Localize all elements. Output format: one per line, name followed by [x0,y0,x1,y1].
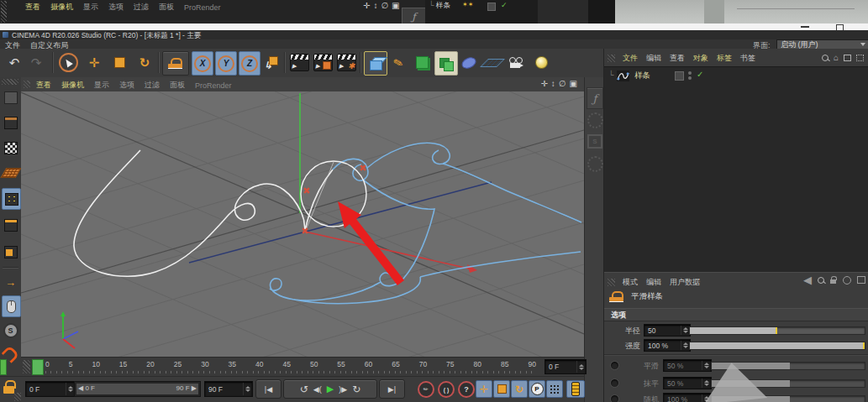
target-icon[interactable] [843,276,851,285]
timeline-tick-label[interactable]: 85 [501,360,508,368]
axis-y-lock-button[interactable]: Y [215,51,237,76]
object-manager-handle[interactable] [608,55,615,62]
timeline-tick-label[interactable]: 90 [528,360,535,368]
background-object-name[interactable]: 样条 [436,1,450,11]
workplane-mode-button[interactable] [2,163,19,183]
background-viewport-menu-item[interactable]: 面板 [159,2,174,13]
object-list[interactable]: └ 样条 ✓ [604,66,868,273]
plugin-s-icon[interactable]: S [587,134,602,149]
spinner-arrows[interactable] [576,361,585,373]
rotate-view-icon[interactable]: ∅ [381,1,388,10]
deformer-button[interactable] [458,51,480,74]
layer-tag-icon[interactable] [675,71,684,81]
toggle-panel-icon[interactable]: ▣ [570,79,577,88]
axis-z-lock-button[interactable]: Z [239,51,260,76]
goto-end-button[interactable]: ▶| [379,379,405,399]
record-objects-button[interactable]: ✎ [418,381,434,398]
timeline-tick-label[interactable]: 45 [282,360,290,368]
timeline-tick-label[interactable]: 5 [69,360,73,368]
viewport-menu-item[interactable]: 显示 [94,80,109,91]
viewport-canvas[interactable] [21,91,584,357]
move-tool-button[interactable]: ✛ [83,51,105,74]
left-arrow-icon[interactable]: ◀ [78,384,83,392]
timeline-handle[interactable] [23,360,30,373]
timeline-tick-label[interactable]: 0 [45,360,50,368]
scale-tool-button[interactable] [108,51,130,74]
frame-range-slider[interactable]: ◀ 0 F 90 F ▶ [74,381,201,397]
background-viewport-menu-item[interactable]: ProRender [184,3,221,12]
filter-icon[interactable] [856,55,864,61]
timeline-tick-label[interactable]: 25 [174,360,181,368]
right-arrow-icon[interactable]: ▶ [192,384,197,392]
options-section-header[interactable]: 选项 [604,308,868,321]
viewport-menu-item[interactable]: ProRender [195,81,232,90]
keyframe-stars-icon[interactable]: ✶✶ [462,1,473,8]
redo-button[interactable]: ↷ [25,51,47,74]
render-region-button[interactable]: ▶ [312,51,334,74]
frame-start-field[interactable]: 0 F [25,381,76,397]
panel-icon[interactable] [857,276,865,284]
lock-icon[interactable] [830,276,837,284]
viewport-solo-button[interactable] [2,295,21,317]
axis-x-lock-button[interactable]: X [192,51,213,76]
points-mode-button[interactable] [2,188,21,210]
spinner-arrows[interactable] [681,341,689,350]
timeline-tick-label[interactable]: 40 [255,360,263,368]
home-icon[interactable]: ⌂ [834,54,839,61]
search-icon[interactable] [818,277,824,284]
key-pla-button[interactable] [546,380,563,398]
history-back-icon[interactable]: ◀ [803,275,812,285]
flatten-checkbox[interactable] [610,379,619,388]
timeline-tick-label[interactable]: 15 [119,360,127,368]
undo-button[interactable]: ↶ [3,51,25,74]
play-forward-button[interactable]: ↻ [352,384,360,395]
timeline-tick-label[interactable]: 35 [229,360,236,368]
strength-slider[interactable] [689,342,865,350]
attribute-manager-handle[interactable] [608,279,615,286]
goto-start-button[interactable]: |◀ [255,379,281,399]
key-position-button[interactable]: ✛ [476,380,492,398]
viewport-menu-handle[interactable] [24,81,30,88]
snap-button[interactable]: S [2,321,19,341]
attribute-manager-menu-item[interactable]: 编辑 [646,277,661,288]
next-frame-button[interactable]: )▶ [339,385,347,394]
object-manager-menu-item[interactable]: 编辑 [646,53,661,64]
timeline-tick-label[interactable]: 10 [92,360,99,368]
play-backward-button[interactable]: ↺ [300,384,308,395]
attribute-manager-menu-item[interactable]: 模式 [623,277,638,288]
search-icon[interactable] [822,55,829,61]
live-selection-button[interactable] [57,51,79,74]
timeline-tick-label[interactable]: 75 [446,360,454,368]
environment-floor-button[interactable] [481,51,503,74]
light-button[interactable] [530,51,552,74]
dolly-icon[interactable]: ↕ [551,79,555,88]
subdivision-surface-button[interactable] [411,51,433,74]
object-manager-menu-item[interactable]: 文件 [623,53,638,64]
background-viewport-menu-item[interactable]: 过滤 [134,2,149,13]
corner-handle[interactable] [14,393,21,401]
camera-button[interactable] [505,51,527,74]
object-manager-menu-item[interactable]: 标签 [717,53,732,64]
render-settings-button[interactable]: ▶✱ [335,51,357,74]
tag-icon[interactable] [487,3,496,11]
object-name-label[interactable]: 样条 [634,70,650,81]
dolly-icon[interactable]: ↕ [373,1,377,10]
object-row-spline[interactable]: └ 样条 ✓ [604,70,868,82]
rotate-tool-button[interactable]: ↻ [134,51,155,74]
minimize-icon[interactable] [801,26,809,28]
timeline-tick-label[interactable]: 60 [365,360,372,368]
toggle-panel-icon[interactable]: ▣ [392,1,399,10]
make-editable-button[interactable] [2,87,19,107]
enable-axis-button[interactable]: → [2,272,19,292]
primitive-cube-button[interactable] [364,51,387,76]
plugin-circle-icon[interactable] [587,112,603,128]
timeline-tick-label[interactable]: 55 [337,360,345,368]
keyframe-selection-button[interactable]: ? [458,381,475,398]
texture-mode-button[interactable] [2,138,19,158]
last-tool-smooth-button[interactable] [162,51,189,76]
key-rotation-button[interactable]: ↻ [511,380,528,398]
timeline-tick-label[interactable]: 70 [419,360,427,368]
frame-icon[interactable] [844,55,851,61]
modeling-tools-button[interactable] [434,51,458,76]
background-viewport-menu-item[interactable]: 显示 [83,2,98,13]
